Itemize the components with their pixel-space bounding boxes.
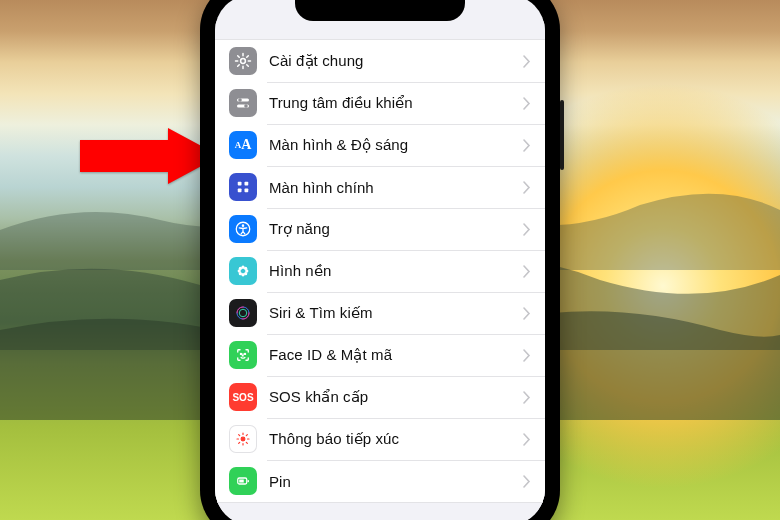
chevron-right-icon — [523, 97, 531, 110]
settings-row-general[interactable]: Cài đặt chung — [215, 40, 545, 82]
row-label: Thông báo tiếp xúc — [269, 430, 523, 448]
svg-rect-28 — [239, 480, 244, 483]
settings-row-sos[interactable]: SOS SOS khẩn cấp — [215, 376, 545, 418]
chevron-right-icon — [523, 307, 531, 320]
settings-row-accessibility[interactable]: Trợ năng — [215, 208, 545, 250]
settings-row-siri[interactable]: Siri & Tìm kiếm — [215, 292, 545, 334]
svg-point-24 — [245, 353, 246, 354]
row-label: Trung tâm điều khiển — [269, 94, 523, 112]
row-label: Màn hình chính — [269, 179, 523, 196]
row-label: Siri & Tìm kiếm — [269, 304, 523, 322]
chevron-right-icon — [523, 391, 531, 404]
face-id-icon — [229, 341, 257, 369]
settings-row-exposure[interactable]: Thông báo tiếp xúc — [215, 418, 545, 460]
svg-point-19 — [241, 269, 244, 272]
text-size-icon: AA — [229, 131, 257, 159]
settings-row-faceid[interactable]: Face ID & Mật mã — [215, 334, 545, 376]
phone-frame: Cài đặt chung Trung tâm điều khiển — [200, 0, 560, 520]
settings-row-display[interactable]: AA Màn hình & Độ sáng — [215, 124, 545, 166]
svg-rect-5 — [238, 182, 242, 186]
row-label: Trợ năng — [269, 220, 523, 238]
gear-icon — [229, 47, 257, 75]
chevron-right-icon — [523, 139, 531, 152]
settings-row-home-screen[interactable]: Màn hình chính — [215, 166, 545, 208]
settings-group: Cài đặt chung Trung tâm điều khiển — [215, 39, 545, 503]
phone-screen: Cài đặt chung Trung tâm điều khiển — [215, 0, 545, 520]
row-label: Màn hình & Độ sáng — [269, 136, 523, 154]
svg-point-10 — [242, 224, 245, 227]
settings-row-control-center[interactable]: Trung tâm điều khiển — [215, 82, 545, 124]
row-label: Hình nền — [269, 262, 523, 280]
notch — [295, 0, 465, 21]
chevron-right-icon — [523, 181, 531, 194]
exposure-icon — [229, 425, 257, 453]
svg-point-15 — [239, 267, 242, 270]
settings-row-battery[interactable]: Pin — [215, 460, 545, 502]
svg-point-23 — [240, 353, 241, 354]
svg-point-17 — [239, 272, 242, 275]
chevron-right-icon — [523, 223, 531, 236]
chevron-right-icon — [523, 433, 531, 446]
flower-icon — [229, 257, 257, 285]
svg-rect-6 — [245, 182, 249, 186]
svg-point-4 — [244, 104, 248, 108]
accessibility-icon — [229, 215, 257, 243]
battery-icon — [229, 467, 257, 495]
grid-icon — [229, 173, 257, 201]
svg-rect-7 — [238, 189, 242, 193]
svg-rect-27 — [248, 480, 250, 482]
settings-row-wallpaper[interactable]: Hình nền — [215, 250, 545, 292]
chevron-right-icon — [523, 349, 531, 362]
row-label: SOS khẩn cấp — [269, 388, 523, 406]
svg-rect-8 — [245, 189, 249, 193]
svg-point-2 — [238, 98, 242, 102]
svg-point-22 — [239, 309, 247, 317]
siri-icon — [229, 299, 257, 327]
chevron-right-icon — [523, 55, 531, 68]
svg-point-0 — [241, 59, 246, 64]
switches-icon — [229, 89, 257, 117]
settings-list[interactable]: Cài đặt chung Trung tâm điều khiển — [215, 21, 545, 520]
chevron-right-icon — [523, 475, 531, 488]
svg-point-25 — [241, 437, 245, 441]
sos-icon: SOS — [229, 383, 257, 411]
row-label: Cài đặt chung — [269, 52, 523, 70]
svg-point-18 — [244, 272, 247, 275]
side-button — [560, 100, 564, 170]
row-label: Face ID & Mật mã — [269, 346, 523, 364]
svg-point-16 — [244, 267, 247, 270]
row-label: Pin — [269, 473, 523, 490]
chevron-right-icon — [523, 265, 531, 278]
